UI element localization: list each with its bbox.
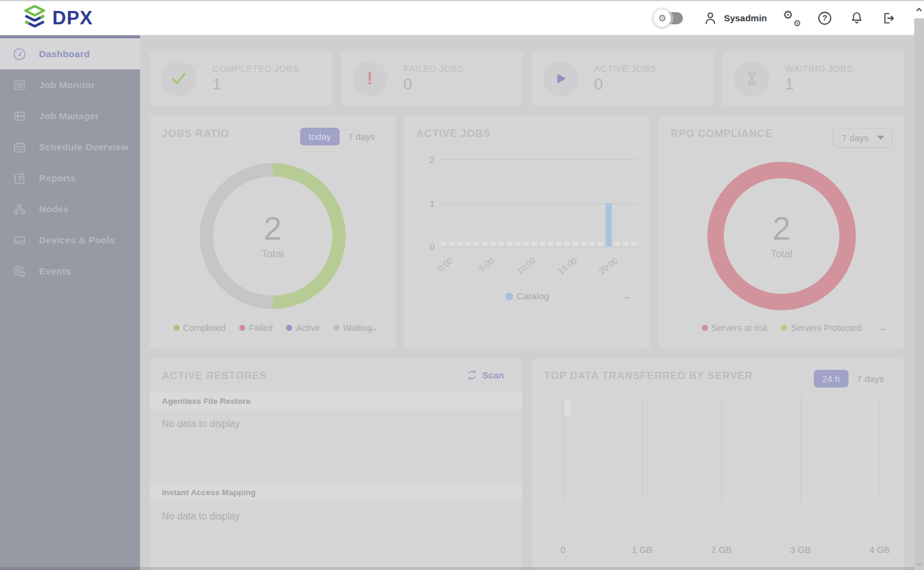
empty-state-text: No data to display [162,419,240,429]
dpx-logo: DPX [23,5,93,32]
calendar-icon [12,140,27,155]
stat-value: 1 [785,75,853,94]
bar-zero [564,242,570,246]
header-actions: ⚙ Sysadmin ⚙⚙ ? [656,10,896,27]
help-icon[interactable]: ? [817,10,833,26]
hourglass-icon [734,61,769,96]
active-jobs-card[interactable]: ACTIVE JOBS 0 [531,51,714,106]
vertical-scrollbar[interactable] [914,1,924,570]
x-tick-label: 5:00 [477,255,495,273]
sidebar-item-label: Schedule Overview [39,142,128,153]
jobs-ratio-donut: 2 Total [200,163,346,309]
play-icon [543,61,578,96]
bar-zero [515,242,520,246]
user-name: Sysadmin [724,13,767,23]
donut-total-label: Total [262,248,284,260]
sidebar-item-reports[interactable]: Reports [0,162,140,193]
reports-icon [12,171,27,186]
sidebar: Dashboard Job Monitor Job Manager Schedu… [0,35,140,570]
job-monitor-list-icon [12,78,27,92]
sidebar-item-events[interactable]: Events [0,255,140,287]
user-menu[interactable]: Sysadmin [702,10,767,26]
settings-toggle[interactable]: ⚙ [656,12,683,24]
24h-button[interactable]: 24 h [814,370,849,388]
gridline [439,246,638,247]
section-header-agentless: Agentless File Restore [150,392,522,409]
x-tick-label: 4 GB [855,544,904,555]
settings-gears-icon[interactable]: ⚙⚙ [783,10,801,27]
check-icon [161,61,197,96]
stat-card-row: COMPLETED JOBS 1 ! FAILED JOBS 0 ACTIVE … [150,51,905,106]
legend-dot [505,293,513,301]
notifications-bell-icon[interactable] [849,10,864,26]
bar-zero [589,242,595,246]
x-tick-label: 3 GB [776,544,825,555]
today-button[interactable]: today [300,128,340,145]
y-tick-label: 1 [418,198,435,208]
legend-item-completed[interactable]: Completed [173,323,226,333]
app-window: DPX ⚙ Sysadmin ⚙⚙ ? [0,0,924,570]
jobs-ratio-range-toggle: today 7 days [300,128,383,145]
panel-title: TOP DATA TRANSFERRED BY SERVER [544,370,753,382]
scroll-up-button[interactable] [914,1,924,18]
jobs-ratio-panel: JOBS RATIO today 7 days 2 Total [150,116,396,349]
completed-jobs-card[interactable]: COMPLETED JOBS 1 [150,51,332,106]
seven-days-button[interactable]: 7 days [849,370,892,388]
legend-item-catalog[interactable]: Catalog [505,291,549,302]
legend-item-waiting[interactable]: Waiting [334,323,373,333]
legend-item-servers-at-risk[interactable]: Servers at risk [702,323,768,333]
bar-zero [507,242,513,246]
gridline [642,395,643,502]
scroll-down-button[interactable] [914,559,924,569]
panel-title: JOBS RATIO [162,128,229,140]
sidebar-item-label: Devices & Pools [39,235,115,246]
arrow-right-icon[interactable]: → [367,321,379,335]
jobs-ratio-legend: Completed Failed Active Waiting → [150,323,396,333]
bar-zero [556,242,562,246]
nodes-tree-icon [12,202,27,217]
stat-label: FAILED JOBS [404,63,464,74]
y-tick-label: 2 [418,155,435,165]
arrow-right-icon[interactable]: → [620,290,632,303]
top-data-range-toggle: 24 h 7 days [814,370,892,388]
dpx-logo-icon [23,5,46,32]
waiting-jobs-card[interactable]: WAITING JOBS 1 [723,51,905,106]
dashboard-gauge-icon [12,47,27,61]
donut-total-value: 2 [264,212,282,245]
panel-title: ACTIVE JOBS [416,128,491,140]
sidebar-item-job-manager[interactable]: Job Manager [0,100,140,131]
sidebar-item-label: Dashboard [39,49,90,60]
toggle-gear-icon: ⚙ [654,10,671,27]
sidebar-item-devices-pools[interactable]: Devices & Pools [0,224,140,255]
arrow-right-icon[interactable]: → [876,321,887,335]
sidebar-item-nodes[interactable]: Nodes [0,193,140,224]
charts-row: JOBS RATIO today 7 days 2 Total [150,116,905,349]
x-tick-label: 0:00 [435,255,454,273]
bar-zero [581,242,587,246]
stat-label: COMPLETED JOBS [212,63,299,74]
legend-dot [173,325,180,331]
legend-item-failed[interactable]: Failed [239,323,273,333]
x-tick-label: 1 GB [618,544,667,555]
sidebar-item-label: Job Manager [39,111,99,122]
exclamation-icon: ! [352,61,388,96]
legend-dot [702,325,708,331]
legend-item-active[interactable]: Active [286,323,320,333]
gridline [563,395,564,502]
rpo-range-dropdown[interactable]: 7 days [833,128,892,148]
sidebar-item-job-monitor[interactable]: Job Monitor [0,69,140,100]
rpo-compliance-panel: RPO COMPLIANCE 7 days 2 Total [659,116,905,349]
bar-zero [598,242,603,246]
legend-dot [286,325,292,331]
top-data-panel: TOP DATA TRANSFERRED BY SERVER 24 h 7 da… [532,359,905,570]
legend-item-servers-protected[interactable]: Servers Protected [781,323,861,333]
stat-value: 0 [594,75,656,94]
sidebar-item-dashboard[interactable]: Dashboard [0,38,140,69]
scan-button[interactable]: Scan [467,370,504,380]
failed-jobs-card[interactable]: ! FAILED JOBS 0 [341,51,523,106]
bar-zero [441,242,446,246]
sidebar-item-schedule-overview[interactable]: Schedule Overview [0,131,140,162]
legend-dot [334,325,340,331]
seven-days-button[interactable]: 7 days [340,128,383,145]
logout-icon[interactable] [880,10,896,26]
